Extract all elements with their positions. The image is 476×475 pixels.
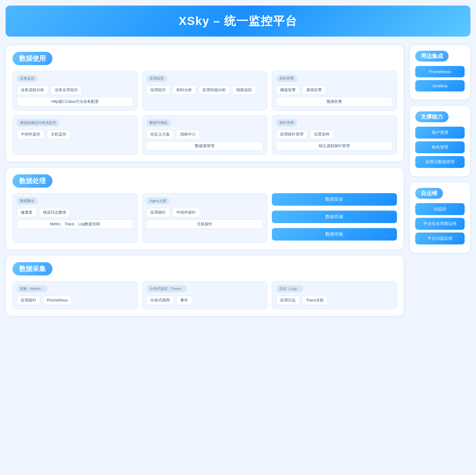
tag-prometheus-metric: Prometheus — [43, 296, 72, 305]
section-support: 支撑能力 用户管理 角色管理 应用元数据管理 — [409, 106, 470, 177]
tag-trace-link: Trace关联 — [302, 296, 328, 305]
left-column: 数据使用 业务监控 业务流程分析 业务全景拓扑 Http接口/Java方法业务配… — [6, 45, 404, 316]
subsection-trace: 分布式追踪（Trace） 分布式调用 事件 — [142, 281, 267, 309]
tag-error-log: 错误日志聚类 — [39, 208, 70, 217]
section-title-processing: 数据处理 — [12, 174, 52, 188]
tag-middleware: 中间件监控 — [17, 130, 44, 139]
btn-data-transfer[interactable]: 数据传输 — [272, 228, 397, 241]
tag-threshold: 阈值告警 — [276, 85, 300, 95]
btn-self-monitor[interactable]: 自监控 — [415, 203, 465, 215]
section-data-usage: 数据使用 业务监控 业务流程分析 业务全景拓扑 Http接口/Java方法业务配… — [6, 45, 404, 162]
btn-data-security[interactable]: 数据安全 — [272, 193, 397, 206]
tag-app-log: 应用日志 — [276, 296, 300, 305]
section-data-processing: 数据处理 数据聚合 健康度 错误日志聚类 Metric、Trace、Log数据关… — [6, 167, 404, 250]
subsection-title-agent: Agent上报 — [146, 197, 169, 205]
tag-independent-probe: 独立进程探针管理 — [276, 141, 393, 151]
tag-metric-trace-log: Metric、Trace、Log数据关联 — [17, 219, 133, 229]
tag-trace: 链路追踪 — [232, 85, 256, 95]
tag-predict: 预测告警 — [276, 97, 393, 106]
subsection-log: 日志（Log） 应用日志 Trace关联 — [272, 281, 397, 309]
subsection-business-monitor: 业务监控 业务流程分析 业务全景拓扑 Http接口/Java方法业务配置 — [12, 71, 138, 111]
tag-http-java: Http接口/Java方法业务配置 — [17, 97, 133, 106]
subsection-title-probe: 探针管理 — [276, 119, 297, 126]
section-self-ops: 自运维 自监控 平台生命周期运维 平台问题反馈 — [409, 182, 470, 253]
tag-health: 健康度 — [17, 208, 37, 217]
section-title-data-usage: 数据使用 — [12, 52, 52, 65]
dp-grid: 数据聚合 健康度 错误日志聚类 Metric、Trace、Log数据关联 Age… — [12, 193, 397, 243]
tag-middleware-probe: 中间件探针 — [172, 208, 200, 217]
tag-custom-dashboard: 自定义大盘 — [146, 130, 174, 139]
tag-host: 主机监控 — [47, 130, 70, 139]
subsection-data-agg: 数据聚合 健康度 错误日志聚类 Metric、Trace、Log数据关联 — [12, 193, 138, 243]
tag-metric-center: 指标中心 — [176, 130, 200, 139]
page-title: XSky – 统一监控平台 — [17, 13, 459, 29]
app-tags: 应用拓扑 耗时分析 应用性能分析 链路追踪 — [146, 85, 263, 95]
section-title-self-ops: 自运维 — [415, 188, 443, 199]
trace-tags: 分布式调用 事件 — [146, 296, 263, 305]
tag-app-topo: 应用拓扑 — [146, 85, 170, 95]
data-usage-grid: 业务监控 业务流程分析 业务全景拓扑 Http接口/Java方法业务配置 应用监… — [12, 71, 397, 155]
header: XSky – 统一监控平台 — [6, 6, 470, 37]
probe-tags: 应用探针管理 后置采样 独立进程探针管理 — [276, 130, 393, 151]
alert-tags: 阈值告警 基线告警 预测告警 — [276, 85, 393, 106]
subsection-title-alert: 实时告警 — [276, 75, 297, 82]
right-column: 周边集成 Prometheus Grafana 支撑能力 用户管理 角色管理 应… — [409, 45, 470, 253]
subsection-app-monitor: 应用监控 应用拓扑 耗时分析 应用性能分析 链路追踪 — [142, 71, 267, 111]
subsection-title-business: 业务监控 — [17, 75, 38, 82]
log-tags: 应用日志 Trace关联 — [276, 296, 393, 305]
tag-app-probe-metric: 应用探针 — [17, 296, 40, 305]
btn-prometheus[interactable]: Prometheus — [415, 66, 465, 77]
section-title-integration: 周边集成 — [415, 51, 449, 62]
tag-host-probe: 主机探针 — [146, 219, 263, 229]
page-wrapper: XSky – 统一监控平台 数据使用 业务监控 业务流程分析 业务全景拓扑 Ht… — [6, 6, 470, 316]
tag-business-topo: 业务全景拓扑 — [50, 85, 82, 95]
subsection-title-agg: 数据聚合 — [17, 197, 38, 205]
viz-tags: 自定义大盘 指标中心 数据源管理 — [146, 130, 263, 151]
business-tags: 业务流程分析 业务全景拓扑 Http接口/Java方法业务配置 — [17, 85, 133, 106]
tag-event: 事件 — [176, 296, 192, 305]
section-data-collection: 数据采集 指标（Metric） 应用探针 Prometheus 分布式追踪（Tr… — [6, 255, 404, 316]
btn-platform-feedback[interactable]: 平台问题反馈 — [415, 233, 465, 244]
dc-grid: 指标（Metric） 应用探针 Prometheus 分布式追踪（Trace） … — [12, 281, 397, 309]
infra-tags: 中间件监控 主机监控 — [17, 130, 133, 139]
tag-datasource: 数据源管理 — [146, 141, 263, 151]
subsection-infra: 基础设施运行情况监控 中间件监控 主机监控 — [12, 115, 138, 155]
main-layout: 数据使用 业务监控 业务流程分析 业务全景拓扑 Http接口/Java方法业务配… — [6, 45, 470, 316]
subsection-title-infra: 基础设施运行情况监控 — [17, 119, 59, 126]
subsection-data-viz: 数据可视化 自定义大盘 指标中心 数据源管理 — [142, 115, 267, 155]
btn-app-meta[interactable]: 应用元数据管理 — [415, 156, 465, 168]
btn-role-mgmt[interactable]: 角色管理 — [415, 141, 465, 153]
subsection-metric: 指标（Metric） 应用探针 Prometheus — [12, 281, 138, 309]
subsection-title-trace: 分布式追踪（Trace） — [146, 285, 187, 292]
tag-baseline: 基线告警 — [302, 85, 326, 95]
subsection-realtime-alert: 实时告警 阈值告警 基线告警 预测告警 — [272, 71, 397, 111]
tag-app-probe-mgmt: 应用探针管理 — [276, 130, 308, 139]
tag-business-flow: 业务流程分析 — [17, 85, 48, 95]
subsection-probe: 探针管理 应用探针管理 后置采样 独立进程探针管理 — [272, 115, 397, 155]
btn-user-mgmt[interactable]: 用户管理 — [415, 127, 465, 139]
agent-tags: 应用探针 中间件探针 主机探针 — [146, 208, 263, 229]
btn-grafana[interactable]: Grafana — [415, 80, 465, 91]
tag-time-analysis: 耗时分析 — [172, 85, 196, 95]
metric-tags: 应用探针 Prometheus — [17, 296, 133, 305]
tag-app-perf: 应用性能分析 — [198, 85, 230, 95]
section-integration: 周边集成 Prometheus Grafana — [409, 45, 470, 100]
btn-data-storage[interactable]: 数据存储 — [272, 211, 397, 223]
tag-distributed-call: 分布式调用 — [146, 296, 174, 305]
subsection-title-log: 日志（Log） — [276, 285, 303, 292]
subsection-agent: Agent上报 应用探针 中间件探针 主机探针 — [142, 193, 267, 243]
agg-tags: 健康度 错误日志聚类 Metric、Trace、Log数据关联 — [17, 208, 133, 229]
subsection-title-app: 应用监控 — [146, 75, 167, 82]
subsection-title-metric: 指标（Metric） — [17, 285, 47, 292]
tag-app-probe-agent: 应用探针 — [146, 208, 170, 217]
dp-right-buttons: 数据安全 数据存储 数据传输 — [272, 193, 397, 243]
subsection-title-viz: 数据可视化 — [146, 119, 171, 126]
tag-post-sampling: 后置采样 — [310, 130, 334, 139]
section-title-collection: 数据采集 — [12, 262, 52, 275]
btn-platform-lifecycle[interactable]: 平台生命周期运维 — [415, 218, 465, 230]
section-title-support: 支撑能力 — [415, 111, 449, 122]
